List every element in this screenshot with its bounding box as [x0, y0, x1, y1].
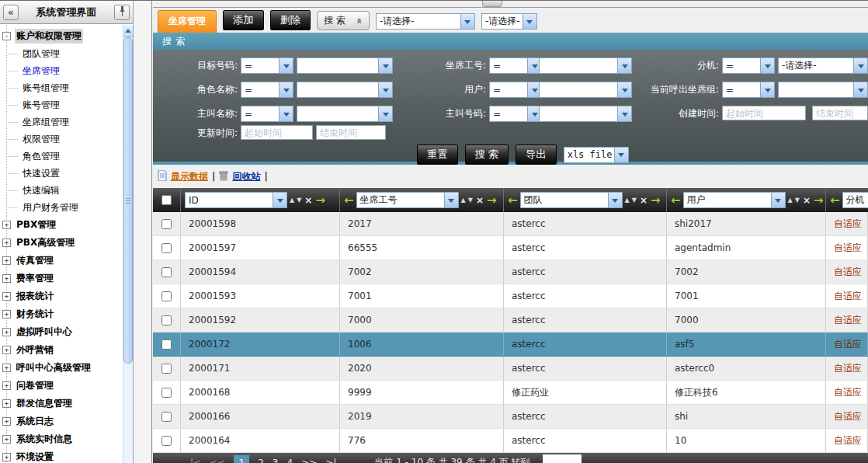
- table-row[interactable]: 200015982017asterccshi2017自适应: [153, 212, 868, 236]
- sidebar-item-root[interactable]: +问卷管理: [0, 377, 123, 395]
- scroll-up-icon[interactable]: [123, 25, 133, 37]
- caller-name-value-select[interactable]: [297, 106, 393, 122]
- first-page-button[interactable]: |<: [190, 458, 201, 463]
- table-row[interactable]: 20001662019asterccshi自适应: [153, 405, 868, 429]
- row-checkbox[interactable]: [161, 364, 172, 374]
- expand-node-icon[interactable]: +: [2, 381, 11, 390]
- move-column-right-icon[interactable]: →: [651, 193, 661, 207]
- goto-page-input[interactable]: [543, 454, 582, 463]
- sidebar-item[interactable]: 权限管理: [7, 131, 123, 148]
- sort-desc-icon[interactable]: ▼: [795, 197, 800, 204]
- toolbar-filter-select-1[interactable]: -请选择-: [376, 13, 475, 30]
- expand-node-icon[interactable]: +: [2, 238, 11, 247]
- update-time-end-input[interactable]: [316, 125, 386, 140]
- sidebar-item[interactable]: 坐席管理: [7, 62, 123, 79]
- search-toggle-button[interactable]: 搜 索 «: [317, 11, 370, 30]
- remove-column-icon[interactable]: ×: [304, 195, 312, 206]
- add-button[interactable]: 添加: [223, 10, 264, 30]
- table-row[interactable]: 200015947002astercc7002自适应: [153, 260, 868, 284]
- table-row[interactable]: 200015937001astercc7001自适应: [153, 284, 868, 308]
- expand-node-icon[interactable]: +: [2, 256, 11, 265]
- last-page-button[interactable]: >|: [325, 458, 336, 463]
- table-row[interactable]: 20001721006asterccasf5自适应: [153, 332, 868, 357]
- row-checkbox[interactable]: [161, 339, 172, 350]
- table-row[interactable]: 200015927000astercc7000自适应: [153, 308, 868, 332]
- row-checkbox[interactable]: [161, 412, 172, 422]
- sidebar-item[interactable]: 快速设置: [7, 165, 123, 182]
- row-checkbox[interactable]: [161, 436, 172, 446]
- remove-column-icon[interactable]: ×: [476, 195, 484, 206]
- sidebar-item-root[interactable]: +环境设置: [0, 448, 123, 463]
- expand-node-icon[interactable]: +: [2, 417, 11, 426]
- table-row[interactable]: 20001712020asterccastercc0自适应: [153, 357, 868, 381]
- move-column-left-icon[interactable]: ←: [830, 193, 840, 207]
- sidebar-item-root[interactable]: +费率管理: [0, 270, 123, 287]
- move-column-right-icon[interactable]: →: [315, 193, 325, 207]
- expand-node-icon[interactable]: +: [2, 364, 11, 372]
- sort-desc-icon[interactable]: ▼: [297, 197, 301, 204]
- sidebar-item-root[interactable]: +PBX管理: [0, 216, 123, 234]
- sidebar-scrollbar[interactable]: [123, 25, 133, 463]
- table-row[interactable]: 2000159766555asterccagentadmin自适应: [153, 236, 868, 260]
- sort-asc-icon[interactable]: ▲: [461, 197, 466, 204]
- sidebar-item-root[interactable]: +呼叫中心高级管理: [0, 359, 123, 377]
- tab-seat-management[interactable]: 坐席管理: [158, 10, 217, 33]
- next-page-button[interactable]: >>: [301, 458, 317, 463]
- sidebar-item[interactable]: 账号组管理: [7, 79, 123, 96]
- remove-column-icon[interactable]: ×: [640, 195, 648, 206]
- extension-value-select[interactable]: -请选择-: [778, 57, 868, 74]
- row-checkbox[interactable]: [161, 243, 172, 253]
- sidebar-item-root[interactable]: -账户和权限管理: [0, 27, 123, 45]
- expand-node-icon[interactable]: +: [2, 292, 11, 301]
- export-format-select[interactable]: xls file: [564, 147, 629, 163]
- sort-asc-icon[interactable]: ▲: [625, 197, 630, 204]
- remove-column-icon[interactable]: ×: [803, 195, 811, 206]
- sidebar-pin-button[interactable]: [114, 5, 130, 20]
- column-select[interactable]: 团队: [520, 192, 623, 208]
- page-button[interactable]: 4: [287, 458, 293, 463]
- expand-node-icon[interactable]: +: [2, 221, 11, 229]
- expand-node-icon[interactable]: +: [2, 399, 11, 408]
- sidebar-item-root[interactable]: +群发信息管理: [0, 395, 123, 413]
- move-column-right-icon[interactable]: →: [814, 193, 824, 207]
- export-button[interactable]: 导出: [516, 144, 557, 165]
- sidebar-item-root[interactable]: +财务统计: [0, 305, 123, 323]
- create-time-end-input[interactable]: [812, 106, 868, 120]
- select-all-checkbox[interactable]: [161, 195, 172, 205]
- show-data-link[interactable]: 显示数据: [171, 170, 208, 183]
- recycle-bin-link[interactable]: 回收站: [232, 170, 260, 183]
- caller-name-operator-select[interactable]: =: [241, 106, 293, 122]
- move-column-left-icon[interactable]: ←: [508, 193, 518, 207]
- role-name-value-select[interactable]: [297, 82, 393, 98]
- sidebar-item[interactable]: 用户财务管理: [7, 199, 123, 216]
- expand-node-icon[interactable]: +: [2, 346, 11, 354]
- agent-no-operator-select[interactable]: =: [489, 57, 542, 74]
- create-time-start-input[interactable]: [722, 106, 806, 120]
- sort-asc-icon[interactable]: ▲: [290, 197, 294, 204]
- column-select[interactable]: 用户: [683, 192, 786, 208]
- reset-button[interactable]: 重置: [417, 144, 458, 165]
- search-button[interactable]: 搜 索: [465, 144, 509, 165]
- sidebar-item-root[interactable]: +系统实时信息: [0, 430, 123, 448]
- move-column-left-icon[interactable]: ←: [671, 193, 681, 207]
- outbound-group-value-select[interactable]: [778, 82, 868, 98]
- page-button[interactable]: 3: [273, 458, 279, 463]
- column-select[interactable]: ID: [185, 192, 287, 208]
- sidebar-item[interactable]: 坐席组管理: [7, 113, 123, 131]
- role-name-operator-select[interactable]: =: [241, 82, 293, 98]
- scrollbar-thumb[interactable]: [123, 37, 133, 364]
- caller-number-operator-select[interactable]: =: [489, 106, 542, 122]
- sidebar-item-root[interactable]: +外呼营销: [0, 341, 123, 359]
- sidebar-item[interactable]: 快速编辑: [7, 182, 123, 199]
- prev-page-button[interactable]: <<: [210, 458, 225, 463]
- collapse-node-icon[interactable]: -: [2, 32, 11, 40]
- sidebar-item-root[interactable]: +传真管理: [0, 252, 123, 270]
- sidebar-collapse-button[interactable]: «: [3, 5, 19, 20]
- sort-desc-icon[interactable]: ▼: [468, 197, 473, 204]
- sidebar-item-root[interactable]: +系统日志: [0, 413, 123, 430]
- column-select[interactable]: 分机: [842, 192, 868, 208]
- target-number-value-select[interactable]: [297, 57, 393, 74]
- delete-button[interactable]: 删除: [270, 10, 311, 30]
- sort-desc-icon[interactable]: ▼: [632, 197, 637, 204]
- column-select[interactable]: 坐席工号: [356, 192, 459, 208]
